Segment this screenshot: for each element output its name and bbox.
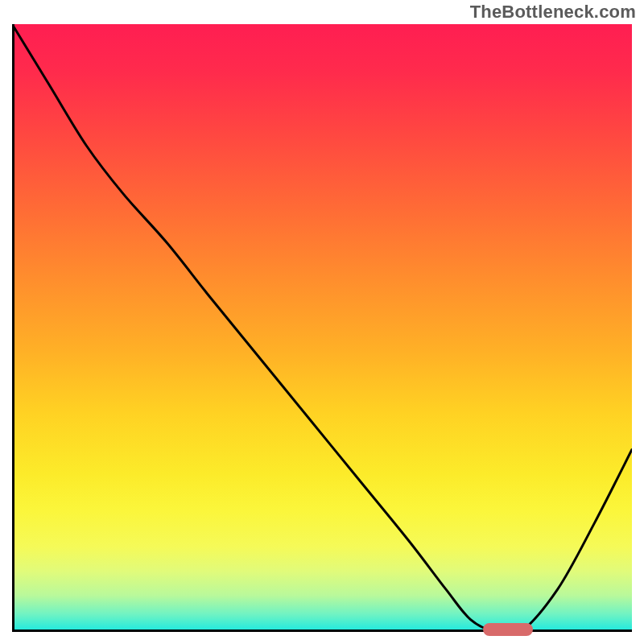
plot-area bbox=[12, 24, 632, 632]
chart-container: TheBottleneck.com bbox=[0, 0, 644, 644]
watermark-text: TheBottleneck.com bbox=[470, 2, 636, 23]
heat-gradient-background bbox=[12, 24, 632, 632]
